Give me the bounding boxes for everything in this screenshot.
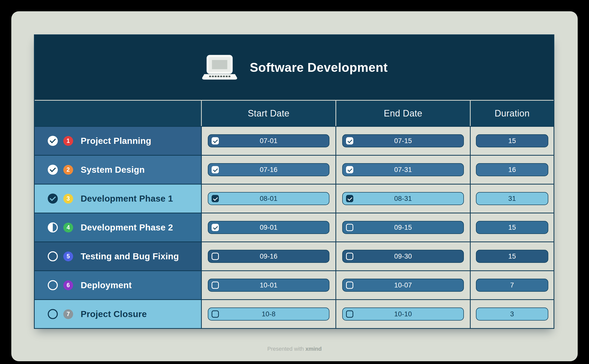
duration-cell: 31: [470, 185, 554, 213]
task-cell[interactable]: 5 Testing and Bug Fixing: [35, 242, 201, 270]
end-date-pill[interactable]: 07-15: [342, 134, 464, 147]
duration-value: 15: [508, 137, 516, 145]
start-date-pill[interactable]: 09-16: [208, 250, 329, 263]
task-label: Development Phase 1: [81, 194, 173, 204]
task-cell[interactable]: 6 Deployment: [35, 271, 201, 299]
row-number-badge: 4: [63, 223, 73, 232]
task-cell[interactable]: 3 Development Phase 1: [35, 185, 201, 213]
attribution-prefix: Presented with: [267, 346, 306, 352]
column-header-row: Start Date End Date Duration: [35, 100, 554, 126]
checkbox-icon[interactable]: [346, 195, 353, 202]
row-number-badge: 1: [63, 136, 73, 146]
start-date-pill[interactable]: 08-01: [208, 192, 329, 205]
column-header-label: End Date: [384, 108, 422, 119]
start-date-pill[interactable]: 07-16: [208, 163, 329, 176]
checkbox-icon[interactable]: [212, 195, 219, 202]
checkbox-icon[interactable]: [212, 311, 219, 318]
start-date-pill[interactable]: 07-01: [208, 134, 329, 147]
duration-value: 3: [510, 310, 514, 318]
end-date-value: 09-30: [394, 253, 412, 260]
duration-cell: 15: [470, 242, 554, 270]
table-row: 7 Project Closure 10-8 10-10 3: [35, 300, 554, 328]
duration-pill[interactable]: 15: [476, 134, 548, 147]
end-date-cell: 09-15: [335, 213, 470, 241]
column-header-label: Duration: [495, 108, 529, 119]
end-date-cell: 07-15: [335, 127, 470, 155]
task-status-icon[interactable]: [48, 165, 58, 175]
end-date-pill[interactable]: 10-10: [342, 308, 464, 321]
task-status-icon[interactable]: [48, 222, 58, 232]
duration-pill[interactable]: 15: [476, 250, 548, 263]
start-date-value: 07-16: [260, 166, 278, 174]
end-date-value: 07-15: [394, 137, 412, 145]
duration-pill[interactable]: 7: [476, 279, 548, 292]
end-date-value: 07-31: [394, 166, 412, 174]
task-cell[interactable]: 1 Project Planning: [35, 127, 201, 155]
end-date-value: 10-10: [394, 310, 412, 318]
checkbox-icon[interactable]: [346, 224, 353, 231]
task-status-icon[interactable]: [48, 194, 58, 204]
table-title-bar: Software Development: [35, 35, 554, 100]
table-row: 4 Development Phase 2 09-01 09-15 15: [35, 213, 554, 241]
task-status-icon[interactable]: [48, 280, 58, 290]
row-number-badge: 6: [63, 280, 73, 290]
start-date-value: 10-01: [260, 281, 278, 289]
task-status-icon[interactable]: [48, 309, 58, 319]
end-date-cell: 07-31: [335, 156, 470, 184]
end-date-pill[interactable]: 07-31: [342, 163, 464, 176]
table-row: 1 Project Planning 07-01 07-15 15: [35, 127, 554, 155]
duration-cell: 16: [470, 156, 554, 184]
column-header-duration: Duration: [470, 101, 554, 126]
start-date-cell: 08-01: [201, 185, 335, 213]
row-number-badge: 7: [63, 309, 73, 319]
start-date-pill[interactable]: 09-01: [208, 221, 329, 234]
column-header-label: Start Date: [248, 108, 289, 119]
row-number-badge: 3: [63, 194, 73, 204]
task-status-icon[interactable]: [48, 251, 58, 261]
end-date-pill[interactable]: 09-30: [342, 250, 464, 263]
column-header-start-date: Start Date: [201, 101, 335, 126]
start-date-cell: 09-01: [201, 213, 335, 241]
checkbox-icon[interactable]: [212, 137, 219, 145]
duration-value: 31: [508, 195, 516, 203]
task-status-icon[interactable]: [48, 136, 58, 146]
duration-value: 7: [510, 281, 514, 289]
start-date-cell: 09-16: [201, 242, 335, 270]
end-date-pill[interactable]: 09-15: [342, 221, 464, 234]
checkbox-icon[interactable]: [346, 253, 353, 260]
checkbox-icon[interactable]: [212, 282, 219, 289]
task-cell[interactable]: 7 Project Closure: [35, 300, 201, 328]
checkbox-icon[interactable]: [346, 137, 353, 145]
checkbox-icon[interactable]: [212, 224, 219, 231]
end-date-value: 08-31: [394, 195, 412, 203]
end-date-pill[interactable]: 10-07: [342, 279, 464, 292]
end-date-pill[interactable]: 08-31: [342, 192, 464, 205]
duration-pill[interactable]: 16: [476, 163, 548, 176]
duration-pill[interactable]: 31: [476, 192, 548, 205]
duration-pill[interactable]: 15: [476, 221, 548, 234]
start-date-value: 10-8: [262, 310, 275, 318]
laptop-icon: [201, 54, 239, 81]
start-date-pill[interactable]: 10-8: [208, 308, 329, 321]
task-cell[interactable]: 4 Development Phase 2: [35, 213, 201, 241]
checkbox-icon[interactable]: [346, 282, 353, 289]
column-header-end-date: End Date: [335, 101, 470, 126]
start-date-cell: 10-8: [201, 300, 335, 328]
end-date-cell: 10-07: [335, 271, 470, 299]
checkbox-icon[interactable]: [212, 253, 219, 260]
checkbox-icon[interactable]: [346, 166, 353, 173]
start-date-pill[interactable]: 10-01: [208, 279, 329, 292]
task-label: Testing and Bug Fixing: [81, 251, 179, 261]
checkbox-icon[interactable]: [346, 311, 353, 318]
start-date-cell: 07-16: [201, 156, 335, 184]
duration-cell: 15: [470, 213, 554, 241]
duration-cell: 3: [470, 300, 554, 328]
xmind-attribution: Presented with xmind: [11, 346, 578, 352]
start-date-value: 08-01: [260, 195, 278, 203]
start-date-value: 09-01: [260, 224, 278, 231]
duration-value: 15: [508, 253, 516, 260]
checkbox-icon[interactable]: [212, 166, 219, 173]
duration-value: 16: [508, 166, 516, 174]
task-cell[interactable]: 2 System Design: [35, 156, 201, 184]
duration-pill[interactable]: 3: [476, 308, 548, 321]
